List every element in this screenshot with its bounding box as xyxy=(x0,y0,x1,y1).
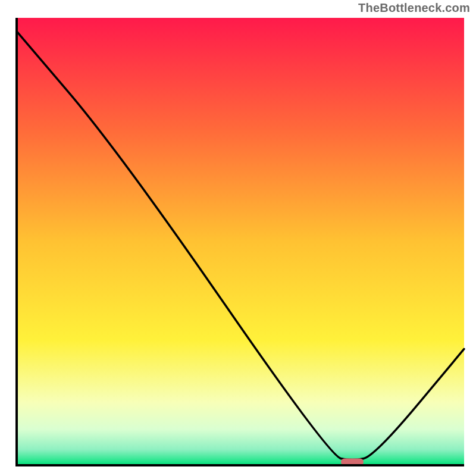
plot-background xyxy=(17,18,464,465)
chart-svg xyxy=(0,0,476,476)
chart-canvas: TheBottleneck.com xyxy=(0,0,476,476)
